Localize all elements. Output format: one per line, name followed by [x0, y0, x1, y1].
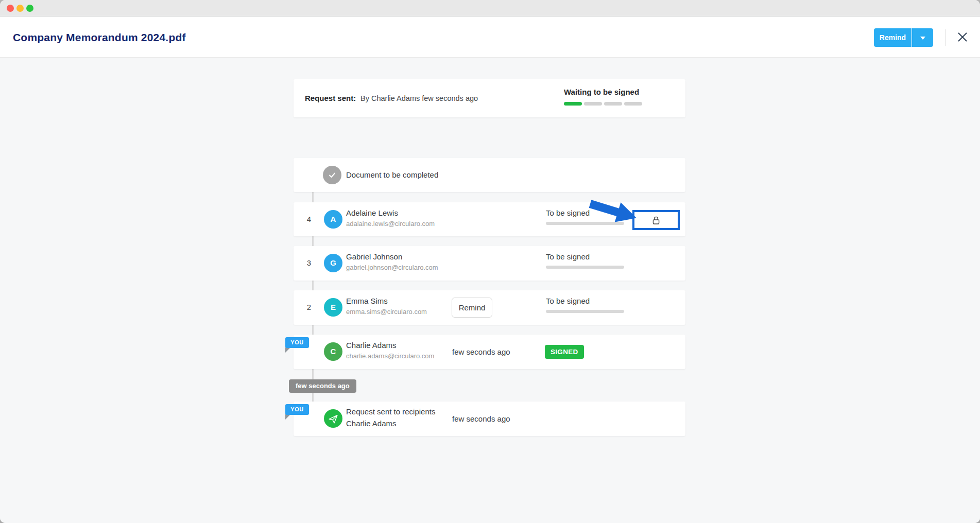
close-traffic-light[interactable] — [7, 5, 14, 12]
recipient-row-4: 4 A Adelaine Lewis adalaine.lewis@circul… — [294, 202, 685, 236]
sent-event-subtitle: Charlie Adams — [346, 419, 435, 428]
sent-time: few seconds ago — [452, 402, 510, 436]
sent-event-title: Request sent to recipients — [346, 407, 435, 416]
progress-segment — [624, 102, 642, 106]
recipient-row-3: 3 G Gabriel Johnson gabriel.johnson@circ… — [294, 246, 685, 281]
remind-button[interactable]: Remind — [874, 28, 912, 47]
app-window: Company Memorandum 2024.pdf Remind Reque… — [0, 0, 980, 523]
you-badge: YOU — [285, 337, 309, 348]
signing-progress-bar — [564, 102, 642, 106]
recipient-name: Gabriel Johnson — [346, 252, 438, 261]
recipient-row-2: 2 E Emma Sims emma.sims@circularo.com Re… — [294, 290, 685, 325]
you-badge-tail — [285, 414, 290, 420]
chevron-down-icon — [920, 37, 925, 40]
waiting-status-label: Waiting to be signed — [564, 88, 639, 96]
you-badge-tail — [285, 347, 290, 353]
window-chrome-bar — [0, 0, 980, 16]
recipient-status-label: To be signed — [546, 208, 628, 217]
recipient-email: adalaine.lewis@circularo.com — [346, 220, 435, 228]
avatar: E — [324, 298, 342, 317]
sent-event-circle — [324, 409, 342, 428]
recipient-status-bar — [546, 222, 624, 225]
request-sent-banner: Request sent: By Charlie Adams few secon… — [294, 79, 685, 117]
page-title: Company Memorandum 2024.pdf — [13, 17, 186, 58]
recipient-status-bar — [546, 266, 624, 269]
recipient-order: 2 — [303, 290, 315, 324]
remind-dropdown-button[interactable] — [912, 28, 933, 47]
recipient-status-label: To be signed — [546, 297, 628, 305]
document-step-label: Document to be completed — [346, 158, 438, 192]
close-button[interactable] — [956, 31, 969, 44]
progress-segment — [584, 102, 602, 106]
document-step-card: Document to be completed — [294, 158, 685, 192]
request-sent-event-row: YOU Request sent to recipients Charlie A… — [294, 402, 685, 436]
pending-check-circle — [323, 166, 341, 184]
recipient-status-label: To be signed — [546, 252, 628, 261]
minimize-traffic-light[interactable] — [16, 5, 24, 12]
recipient-email: emma.sims@circularo.com — [346, 308, 427, 316]
send-icon — [328, 413, 339, 425]
signer-name: Charlie Adams — [346, 341, 434, 350]
signed-time: few seconds ago — [452, 335, 510, 369]
maximize-traffic-light[interactable] — [26, 5, 33, 12]
lock-icon — [651, 215, 661, 225]
recipient-email: gabriel.johnson@circularo.com — [346, 264, 438, 271]
avatar: A — [324, 210, 342, 229]
locked-signature-field[interactable] — [632, 210, 680, 230]
check-icon — [327, 170, 337, 180]
close-icon — [956, 31, 969, 43]
recipient-order: 3 — [303, 246, 315, 280]
recipient-status-bar — [546, 310, 624, 313]
header-divider — [945, 29, 946, 46]
progress-segment-done — [564, 102, 582, 106]
remind-recipient-button[interactable]: Remind — [452, 298, 492, 318]
avatar: C — [324, 342, 342, 361]
progress-segment — [604, 102, 622, 106]
recipient-name: Emma Sims — [346, 297, 427, 305]
timeline-time-badge: few seconds ago — [289, 379, 356, 393]
request-sent-label: Request sent: — [305, 79, 356, 117]
signed-event-row: YOU C Charlie Adams charlie.adams@circul… — [294, 335, 685, 369]
signer-email: charlie.adams@circularo.com — [346, 352, 434, 360]
you-badge: YOU — [285, 404, 309, 415]
signing-status-panel: Request sent: By Charlie Adams few secon… — [0, 58, 980, 523]
request-sent-detail: By Charlie Adams few seconds ago — [360, 79, 478, 117]
document-header: Company Memorandum 2024.pdf Remind — [0, 17, 980, 58]
recipient-order: 4 — [303, 202, 315, 236]
signed-status-badge: SIGNED — [545, 345, 584, 359]
recipient-name: Adelaine Lewis — [346, 208, 435, 217]
avatar: G — [324, 254, 342, 272]
